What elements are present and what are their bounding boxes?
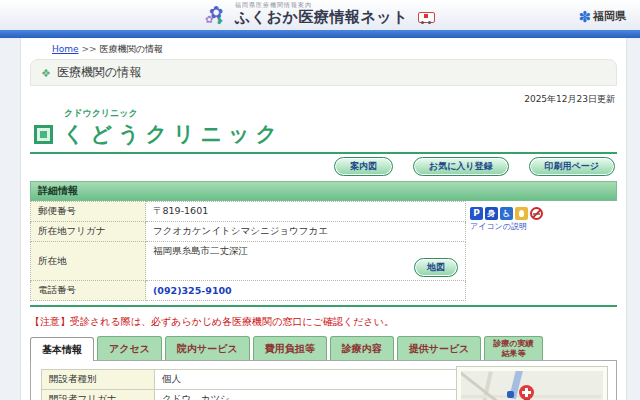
tab-treatment-results[interactable]: 診療の実績 結果等 [484,336,542,360]
google-map[interactable]: 筑前深江 Google Map data ©2026 [461,371,603,400]
action-buttons-row: 案内図 お気に入り登録 印刷用ページ [30,157,615,176]
main-container: Home>>医療機関の情報 医療機関の情報 2025年12月23日更新 クドウク… [20,38,627,400]
section-diamond-icon [41,66,51,80]
map-button[interactable]: 地図 [414,258,458,277]
tab-cost-burden[interactable]: 費用負担等 [253,336,327,360]
favorite-button[interactable]: お気に入り登録 [413,157,509,176]
detail-label: 電話番号 [31,281,146,301]
site-logo[interactable]: 福岡県医療機関情報案内 ふくおか医療情報ネット [205,1,435,27]
table-row: 開設者種別 個人 [42,370,470,390]
table-row: 開設者フリガナ クドウ カツシ [42,390,470,400]
updated-date: 2025年12月23日更新 [30,93,615,106]
table-row: 所在地 福岡県糸島市二丈深江 地図 [31,242,466,281]
tab-treatment-results-line1: 診療の実績 [493,339,533,349]
breadcrumb-home-link[interactable]: Home [52,44,79,54]
caution-notice: 【注意】受診される際は、必ずあらかじめ各医療機関の窓口にご確認ください。 [30,315,617,329]
table-row: 電話番号 (092)325-9100 [31,281,466,301]
detail-table: 郵便番号 〒819-1601 所在地フリガナ フクオカケンイトシマシニジョウフカ… [30,201,466,301]
detail-area: 郵便番号 〒819-1601 所在地フリガナ フクオカケンイトシマシニジョウフカ… [30,201,617,307]
clinic-square-icon [34,125,53,144]
section-title: 医療機関の情報 [57,64,141,81]
print-page-button[interactable]: 印刷用ページ [529,157,615,176]
basic-info-panel: 開設者種別 個人 開設者フリガナ クドウ カツシ 開設者 工藤 勝司 駐車場 有… [30,360,617,400]
tab-basic-info[interactable]: 基本情報 [30,337,94,361]
table-row: 所在地フリガナ フクオカケンイトシマシニジョウフカエ [31,222,466,242]
phone-link[interactable]: (092)325-9100 [153,285,232,296]
pref-name: 福岡県 [593,9,626,24]
detail-label: 所在地フリガナ [31,222,146,242]
tab-provided-services[interactable]: 提供サービス [397,336,482,360]
tab-access[interactable]: アクセス [97,336,162,360]
clinic-title-row: くどうクリニック [30,120,617,154]
site-logo-flower-icon [205,1,231,27]
clinic-map-marker-icon [519,385,534,400]
address-text: 福岡県糸島市二丈深江 [153,245,248,256]
basic-value: クドウ カツシ [155,390,470,400]
facility-icons-area: P 身 ♿ アイコンの説明 [470,207,543,232]
clinic-furigana: クドウクリニック [64,107,617,120]
basic-info-table: 開設者種別 個人 開設者フリガナ クドウ カツシ 開設者 工藤 勝司 駐車場 有… [41,369,470,400]
tab-treatment-content[interactable]: 診療内容 [330,336,394,360]
map-frame: 筑前深江 Google Map data ©2026 [456,366,608,400]
ostomate-icon [515,207,528,220]
site-header: 福岡県医療機関情報案内 ふくおか医療情報ネット 福岡県 [0,0,640,30]
site-title: ふくおか医療情報ネット [235,9,408,26]
guide-map-button[interactable]: 案内図 [334,157,393,176]
fukuoka-pref-logo[interactable]: 福岡県 [578,7,626,26]
facility-icon-row: P 身 ♿ [470,207,543,220]
tab-treatment-results-line2: 結果等 [493,349,533,359]
parking-icon: P [470,207,483,220]
pref-flower-icon [578,7,591,26]
wheelchair-icon: ♿ [500,207,513,220]
basic-label: 開設者種別 [42,370,155,390]
breadcrumb: Home>>医療機関の情報 [52,43,617,56]
breadcrumb-current: 医療機関の情報 [100,44,163,54]
map-station-icon [507,391,514,398]
detail-value: 〒819-1601 [146,202,466,222]
tab-hospital-services[interactable]: 院内サービス [165,336,250,360]
basic-value: 個人 [155,370,470,390]
detail-section-title: 詳細情報 [30,181,617,201]
header-divider-bar [0,30,640,38]
tab-bar: 基本情報 アクセス 院内サービス 費用負担等 診療内容 提供サービス 診療の実績… [30,336,617,360]
detail-label: 所在地 [31,242,146,281]
ambulance-icon [418,12,435,23]
table-row: 郵便番号 〒819-1601 [31,202,466,222]
detail-value: フクオカケンイトシマシニジョウフカエ [146,222,466,242]
icons-legend-link[interactable]: アイコンの説明 [470,221,543,232]
no-smoking-icon [530,207,543,220]
breadcrumb-separator: >> [82,44,97,54]
disability-support-icon: 身 [485,207,498,220]
clinic-name: くどうクリニック [63,120,283,148]
section-header: 医療機関の情報 [30,59,617,86]
detail-label: 郵便番号 [31,202,146,222]
clinic-square-icon-inner [40,131,47,138]
basic-label: 開設者フリガナ [42,390,155,400]
detail-value: 福岡県糸島市二丈深江 地図 [146,242,466,281]
